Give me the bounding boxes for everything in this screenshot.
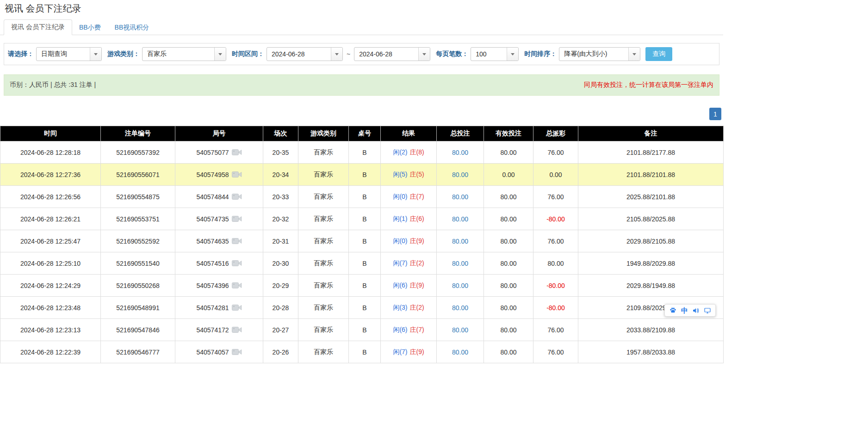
payout-cell: 76.00	[533, 186, 578, 208]
game-category-value: 百家乐	[143, 50, 214, 58]
column-header: 结果	[381, 126, 437, 141]
table-row: 2024-06-28 12:26:21521690553751540574735…	[0, 208, 724, 230]
column-header: 场次	[263, 126, 298, 141]
session-cell: 20-34	[263, 164, 298, 186]
replay-video-icon[interactable]	[232, 148, 242, 156]
screen-icon[interactable]	[704, 307, 711, 314]
round-id-content: 540574635	[177, 237, 261, 245]
total-bet-link[interactable]: 80.00	[452, 304, 468, 312]
total-bet-cell[interactable]: 80.00	[437, 297, 484, 319]
result-player: 闲(2)	[393, 148, 407, 156]
bet-time-cell: 2024-06-28 12:28:18	[0, 141, 101, 164]
page-size-select[interactable]: 100	[471, 47, 519, 61]
bet-time-cell: 2024-06-28 12:24:29	[0, 275, 101, 297]
result-player: 闲(1)	[393, 215, 407, 222]
replay-video-icon[interactable]	[232, 259, 242, 267]
total-bet-link[interactable]: 80.00	[452, 193, 468, 201]
date-from-select[interactable]: 2024-06-28	[267, 47, 343, 61]
result-cell: 闲(7)庄(9)	[381, 341, 437, 363]
tab-video-bet-records[interactable]: 视讯 会员下注纪录	[4, 19, 72, 35]
total-bet-cell[interactable]: 80.00	[437, 252, 484, 275]
tab-bb-tip[interactable]: BB小费	[72, 20, 108, 35]
table-number-cell: B	[349, 141, 381, 164]
table-row: 2024-06-28 12:25:47521690552592540574635…	[0, 230, 724, 252]
bet-id-cell: 521690552592	[101, 230, 175, 252]
game-category-cell: 百家乐	[298, 341, 349, 363]
bet-id-cell: 521690553751	[101, 208, 175, 230]
session-cell: 20-32	[263, 208, 298, 230]
sort-order-select[interactable]: 降幂(由大到小)	[559, 47, 640, 61]
bet-id-cell: 521690548991	[101, 297, 175, 319]
total-bet-link[interactable]: 80.00	[452, 260, 468, 267]
result-cell: 闲(2)庄(8)	[381, 141, 437, 164]
payout-cell: -80.00	[533, 275, 578, 297]
game-category-select[interactable]: 百家乐	[142, 47, 226, 61]
column-header: 备注	[578, 126, 724, 141]
round-id-cell: 540574844	[175, 186, 263, 208]
chevron-down-icon	[90, 48, 101, 61]
total-bet-cell[interactable]: 80.00	[437, 319, 484, 341]
translator-popup: 中	[664, 304, 716, 317]
table-number-cell: B	[349, 252, 381, 275]
replay-video-icon[interactable]	[232, 348, 242, 356]
total-bet-cell[interactable]: 80.00	[437, 164, 484, 186]
game-category-cell: 百家乐	[298, 230, 349, 252]
total-bet-cell[interactable]: 80.00	[437, 230, 484, 252]
filter-group-game: 游戏类别： 百家乐	[107, 47, 226, 61]
session-cell: 20-26	[263, 341, 298, 363]
payout-cell: 76.00	[533, 141, 578, 164]
valid-bet-cell: 80.00	[484, 297, 533, 319]
total-bet-link[interactable]: 80.00	[452, 326, 468, 334]
total-bet-link[interactable]: 80.00	[452, 215, 468, 223]
replay-video-icon[interactable]	[232, 171, 242, 178]
payout-cell: 76.00	[533, 319, 578, 341]
round-id: 540574396	[196, 282, 229, 289]
total-bet-cell[interactable]: 80.00	[437, 186, 484, 208]
game-category-cell: 百家乐	[298, 164, 349, 186]
result-player: 闲(0)	[393, 237, 407, 245]
replay-video-icon[interactable]	[232, 326, 242, 334]
speaker-icon[interactable]	[692, 307, 700, 314]
total-bet-cell[interactable]: 80.00	[437, 341, 484, 363]
table-number-cell: B	[349, 319, 381, 341]
date-to-select[interactable]: 2024-06-28	[354, 47, 430, 61]
result-cell: 闲(0)庄(9)	[381, 230, 437, 252]
session-cell: 20-29	[263, 275, 298, 297]
filter-group-date-type: 请选择： 日期查询	[8, 47, 102, 61]
bet-time-cell: 2024-06-28 12:25:47	[0, 230, 101, 252]
replay-video-icon[interactable]	[232, 281, 242, 289]
round-id: 540574735	[196, 215, 229, 223]
filter-group-sort: 时间排序： 降幂(由大到小)	[524, 47, 640, 61]
tab-bb-video-points[interactable]: BB视讯积分	[108, 20, 156, 35]
search-button[interactable]: 查询	[645, 47, 672, 61]
table-number-cell: B	[349, 208, 381, 230]
date-range-separator: ~	[347, 50, 350, 58]
round-id: 540574844	[196, 193, 229, 201]
bet-id-cell: 521690554875	[101, 186, 175, 208]
result-banker: 庄(6)	[410, 215, 424, 222]
replay-video-icon[interactable]	[232, 237, 242, 245]
table-number-cell: B	[349, 164, 381, 186]
replay-video-icon[interactable]	[232, 193, 242, 201]
translate-chinese-icon[interactable]: 中	[681, 306, 688, 314]
pagination-page-1[interactable]: 1	[709, 108, 721, 120]
game-category-cell: 百家乐	[298, 141, 349, 164]
total-bet-cell[interactable]: 80.00	[437, 275, 484, 297]
total-bet-link[interactable]: 80.00	[452, 149, 468, 156]
total-bet-link[interactable]: 80.00	[452, 171, 468, 178]
session-cell: 20-33	[263, 186, 298, 208]
table-row: 2024-06-28 12:22:39521690546777540574057…	[0, 341, 724, 363]
table-row: 2024-06-28 12:26:56521690554875540574844…	[0, 186, 724, 208]
total-bet-cell[interactable]: 80.00	[437, 141, 484, 164]
total-bet-cell[interactable]: 80.00	[437, 208, 484, 230]
total-bet-link[interactable]: 80.00	[452, 349, 468, 356]
round-id-content: 540574396	[177, 281, 261, 289]
result-banker: 庄(9)	[410, 237, 424, 245]
total-bet-link[interactable]: 80.00	[452, 238, 468, 245]
total-bet-link[interactable]: 80.00	[452, 282, 468, 289]
replay-video-icon[interactable]	[232, 215, 242, 223]
result-player: 闲(7)	[393, 348, 407, 355]
replay-video-icon[interactable]	[232, 304, 242, 312]
paw-icon[interactable]	[669, 306, 677, 314]
date-type-select[interactable]: 日期查询	[36, 47, 102, 61]
